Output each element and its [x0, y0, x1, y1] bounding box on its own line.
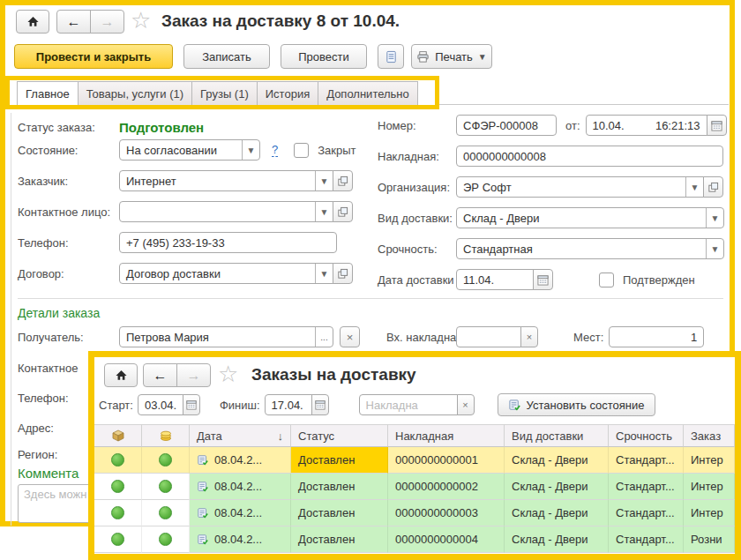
column-header-kind[interactable]: Вид доставки [505, 424, 609, 447]
back-button[interactable]: ← [143, 363, 177, 387]
cell-urgency[interactable]: Стандарт... [609, 500, 684, 526]
column-header-date[interactable]: Дата ↓ [190, 424, 291, 447]
contract-combobox[interactable]: Договор доставки ▼ [119, 263, 333, 284]
dropdown-icon[interactable]: ▼ [706, 208, 723, 228]
delivery-date-input[interactable]: 11.04. [456, 269, 534, 290]
cell-urgency[interactable]: Стандарт... [609, 474, 684, 500]
date-time-input[interactable]: 10.04. 16:21:13 [586, 115, 707, 136]
home-button[interactable] [16, 10, 49, 34]
waybill-input[interactable]: 0000000000008 [456, 146, 723, 167]
phone-input[interactable]: +7 (495) 233-19-33 [119, 232, 337, 253]
calendar-button[interactable] [311, 394, 329, 415]
contact-person-combobox[interactable]: ▼ [119, 201, 333, 222]
cell-flag-money[interactable] [142, 500, 190, 526]
document-button[interactable] [378, 44, 404, 69]
cell-flag-money[interactable] [142, 474, 190, 500]
favorite-star-icon[interactable]: ☆ [131, 9, 151, 32]
column-header-money[interactable] [142, 424, 190, 447]
cell-kind[interactable]: Склад - Двери [505, 447, 609, 474]
customer-combobox[interactable]: Интернет ▼ [119, 170, 333, 191]
save-button[interactable]: Записать [183, 44, 270, 69]
post-button[interactable]: Провести [281, 44, 367, 69]
forward-button[interactable]: → [176, 363, 211, 387]
column-header-status[interactable]: Статус [291, 424, 388, 447]
cell-customer[interactable]: Розни [684, 526, 735, 553]
cell-status[interactable]: Доставлен [291, 526, 388, 553]
cell-flag-money[interactable] [142, 526, 190, 553]
open-button[interactable] [333, 263, 353, 284]
tab-history[interactable]: История [257, 81, 318, 105]
cell-status[interactable]: Доставлен [291, 500, 388, 526]
cell-status[interactable]: Доставлен [291, 447, 388, 474]
clear-button[interactable]: × [340, 326, 360, 347]
start-date-input[interactable]: 03.04. [138, 394, 183, 415]
dropdown-icon[interactable]: ▼ [242, 140, 259, 160]
cell-flag-package[interactable] [94, 526, 142, 553]
column-header-urgency[interactable]: Срочность [609, 424, 684, 447]
cell-flag-package[interactable] [94, 500, 142, 526]
print-button[interactable]: Печать ▼ [411, 44, 492, 69]
urgency-combobox[interactable]: Стандартная ▼ [456, 238, 724, 259]
cell-date[interactable]: 08.04.2... [190, 474, 291, 500]
cell-waybill[interactable]: 0000000000001 [388, 447, 505, 474]
waybill-search-input[interactable]: Накладна [359, 394, 458, 415]
open-button[interactable] [333, 170, 353, 191]
tab-main[interactable]: Главное [17, 81, 79, 105]
cell-waybill[interactable]: 0000000000004 [388, 526, 505, 553]
delivery-kind-combobox[interactable]: Склад - Двери ▼ [456, 207, 724, 228]
open-button[interactable] [333, 201, 353, 222]
cell-status[interactable]: Доставлен [291, 474, 388, 500]
help-link[interactable]: ? [272, 144, 278, 157]
green-status-dot [111, 533, 124, 546]
cell-kind[interactable]: Склад - Двери [505, 474, 609, 500]
column-header-customer[interactable]: Заказ [684, 424, 735, 447]
cell-waybill[interactable]: 0000000000002 [388, 474, 505, 500]
back-button[interactable]: ← [56, 10, 91, 34]
cell-date[interactable]: 08.04.2... [190, 500, 291, 526]
closed-checkbox[interactable] [294, 143, 309, 158]
clear-button[interactable]: × [520, 326, 538, 347]
tab-goods-services[interactable]: Товары, услуги (1) [78, 81, 192, 105]
cell-customer[interactable]: Интер [684, 500, 735, 526]
open-button[interactable] [703, 176, 723, 198]
state-combobox[interactable]: На согласовании ▼ [119, 139, 260, 161]
dropdown-icon[interactable]: ▼ [706, 239, 723, 258]
clear-button[interactable]: × [457, 394, 475, 415]
calendar-button[interactable] [707, 115, 727, 136]
cell-flag-package[interactable] [94, 474, 142, 500]
cell-kind[interactable]: Склад - Двери [505, 526, 609, 553]
cell-customer[interactable]: Интер [684, 474, 735, 500]
post-and-close-button[interactable]: Провести и закрыть [14, 44, 173, 69]
organization-combobox[interactable]: ЭР Софт ▼ [456, 176, 704, 198]
cell-date[interactable]: 08.04.2... [190, 526, 291, 553]
cell-flag-package[interactable] [94, 447, 142, 474]
cell-waybill[interactable]: 0000000000003 [388, 500, 505, 526]
dropdown-icon[interactable]: ▼ [315, 264, 333, 283]
confirmed-checkbox[interactable] [599, 273, 614, 287]
calendar-button[interactable] [533, 269, 553, 290]
cell-urgency[interactable]: Стандарт... [609, 447, 684, 474]
favorite-star-icon[interactable]: ☆ [218, 362, 238, 385]
cell-flag-money[interactable] [142, 447, 190, 474]
places-input[interactable]: 1 [609, 326, 704, 347]
incoming-waybill-input[interactable] [456, 326, 521, 347]
calendar-button[interactable] [183, 394, 200, 415]
column-header-package[interactable] [94, 424, 142, 447]
cell-urgency[interactable]: Стандарт... [609, 526, 684, 553]
dropdown-icon[interactable]: ▼ [315, 171, 333, 190]
column-header-waybill[interactable]: Накладная [388, 424, 505, 447]
set-state-button[interactable]: Установить состояние [498, 393, 655, 416]
choose-button[interactable]: ... [315, 327, 333, 347]
recipient-input[interactable]: Петрова Мария ... [119, 326, 333, 347]
tab-additional[interactable]: Дополнительно [318, 81, 418, 105]
cell-customer[interactable]: Интер [684, 447, 735, 474]
cell-date[interactable]: 08.04.2... [190, 447, 291, 474]
home-button[interactable] [104, 363, 138, 387]
dropdown-icon[interactable]: ▼ [685, 177, 703, 197]
dropdown-icon[interactable]: ▼ [315, 202, 333, 221]
cell-kind[interactable]: Склад - Двери [505, 500, 609, 526]
number-input[interactable]: СФЭР-000008 [456, 115, 557, 136]
finish-date-input[interactable]: 17.04. [265, 394, 312, 415]
forward-button[interactable]: → [90, 10, 124, 34]
tab-cargo[interactable]: Грузы (1) [191, 81, 258, 105]
